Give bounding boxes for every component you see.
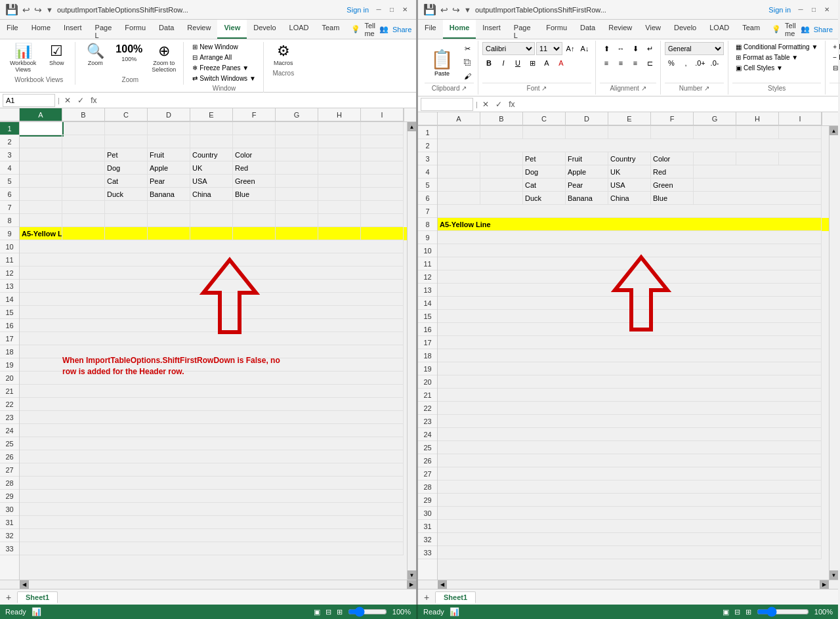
- cell-H8-left[interactable]: [318, 214, 361, 227]
- left-maximize-btn[interactable]: □: [386, 4, 398, 16]
- row-num-6-right[interactable]: 6: [418, 192, 437, 205]
- cell-C2-left[interactable]: [105, 135, 148, 148]
- row-num-5-right[interactable]: 5: [418, 179, 437, 192]
- right-add-sheet-btn[interactable]: +: [421, 591, 432, 603]
- row-num-33-left[interactable]: 33: [0, 542, 19, 555]
- col-header-G-left[interactable]: G: [276, 108, 318, 121]
- row-num-28-left[interactable]: 28: [0, 477, 19, 490]
- cell-D6-left[interactable]: Banana: [148, 188, 190, 201]
- cell-G7-left[interactable]: [276, 201, 318, 214]
- cell-G3-left[interactable]: [276, 148, 318, 161]
- right-maximize-btn[interactable]: □: [808, 4, 820, 16]
- format-cells-btn[interactable]: ⊟ Format ▼: [830, 63, 840, 73]
- row-num-24-left[interactable]: 24: [0, 424, 19, 437]
- row-num-28-right[interactable]: 28: [418, 480, 437, 494]
- cell-C6-right[interactable]: Duck: [523, 192, 566, 205]
- left-hscroll[interactable]: ◀ ▶: [20, 580, 416, 589]
- cell-A6-right[interactable]: [438, 192, 480, 205]
- cell-G5-left[interactable]: [276, 175, 318, 188]
- left-page-layout-icon[interactable]: ▣: [314, 608, 320, 616]
- row-num-1-left[interactable]: 1: [0, 122, 19, 135]
- cell-C3-right[interactable]: Pet: [523, 152, 566, 165]
- cell-A1-left[interactable]: [20, 122, 62, 135]
- increase-decimal-btn[interactable]: .0+: [694, 56, 707, 70]
- cell-C4-right[interactable]: Dog: [523, 165, 566, 179]
- show-btn[interactable]: ☑ Show: [42, 42, 71, 68]
- cell-D5-right[interactable]: Pear: [566, 179, 608, 192]
- font-color-btn-right[interactable]: A: [555, 56, 568, 70]
- tab-insert-right[interactable]: Insert: [476, 20, 507, 39]
- paste-btn-right[interactable]: 📋 Paste: [425, 45, 459, 80]
- cell-E4-right[interactable]: UK: [608, 165, 651, 179]
- right-page-layout-icon[interactable]: ▣: [723, 608, 729, 616]
- row-num-30-right[interactable]: 30: [418, 507, 437, 520]
- cell-E5-left[interactable]: USA: [190, 175, 233, 188]
- macros-btn[interactable]: ⚙ Macros: [269, 42, 298, 68]
- increase-font-btn[interactable]: A↑: [564, 42, 577, 55]
- right-vscroll[interactable]: ▲ ▼: [829, 126, 838, 580]
- row-num-4-right[interactable]: 4: [418, 165, 437, 179]
- row-num-13-right[interactable]: 13: [418, 284, 437, 297]
- switch-windows-btn[interactable]: ⇄ Switch Windows ▼: [189, 74, 259, 83]
- tab-pagelayout-left[interactable]: Page L: [89, 20, 119, 39]
- bold-btn-right[interactable]: B: [482, 56, 495, 70]
- row-num-1-right[interactable]: 1: [418, 126, 437, 139]
- cut-btn-right[interactable]: ✂: [461, 42, 474, 55]
- align-left-btn[interactable]: ≡: [600, 56, 613, 70]
- tab-load-right[interactable]: LOAD: [703, 20, 736, 39]
- left-page-break-icon[interactable]: ⊟: [326, 608, 331, 616]
- cell-F3-right[interactable]: Color: [651, 152, 694, 165]
- cell-B3-right[interactable]: [480, 152, 523, 165]
- copy-btn-right[interactable]: ⿻: [461, 56, 474, 69]
- cell-F4-right[interactable]: Red: [651, 165, 694, 179]
- left-vscroll[interactable]: ▲ ▼: [407, 122, 416, 580]
- row-num-10-right[interactable]: 10: [418, 244, 437, 257]
- row-num-26-right[interactable]: 26: [418, 454, 437, 467]
- col-header-A-right[interactable]: A: [438, 112, 480, 125]
- cell-I6-left[interactable]: [361, 188, 404, 201]
- cell-G1-left[interactable]: [276, 122, 318, 135]
- share-left[interactable]: Share: [392, 26, 411, 33]
- confirm-formula-right[interactable]: ✓: [494, 99, 504, 110]
- cell-F5-right[interactable]: Green: [651, 179, 694, 192]
- cell-F1-left[interactable]: [233, 122, 276, 135]
- col-header-I-right[interactable]: I: [779, 112, 822, 125]
- tab-formulas-left[interactable]: Formu: [118, 20, 152, 39]
- font-name-select[interactable]: Calibri: [482, 42, 535, 55]
- cell-C4-left[interactable]: Dog: [105, 161, 148, 175]
- tab-team-left[interactable]: Team: [316, 20, 346, 39]
- cancel-formula-right[interactable]: ✕: [480, 99, 491, 110]
- col-header-G-right[interactable]: G: [694, 112, 736, 125]
- tab-developer-left[interactable]: Develo: [247, 20, 282, 39]
- new-window-btn[interactable]: ⊞ New Window: [189, 42, 241, 52]
- zoom-to-selection-btn[interactable]: ⊕ Zoom toSelection: [148, 42, 179, 75]
- number-format-select[interactable]: General: [665, 42, 724, 55]
- arrange-all-btn[interactable]: ⊟ Arrange All: [189, 53, 235, 62]
- row-num-22-left[interactable]: 22: [0, 398, 19, 411]
- cell-I3-right[interactable]: [779, 152, 822, 165]
- row-num-23-right[interactable]: 23: [418, 415, 437, 428]
- cell-I8-left[interactable]: [361, 214, 404, 227]
- cell-A5-left[interactable]: [20, 175, 62, 188]
- row-num-3-left[interactable]: 3: [0, 148, 19, 161]
- cell-C8-left[interactable]: [105, 214, 148, 227]
- tab-file-right[interactable]: File: [418, 20, 443, 39]
- col-header-F-right[interactable]: F: [651, 112, 694, 125]
- tab-data-left[interactable]: Data: [152, 20, 180, 39]
- row-num-15-right[interactable]: 15: [418, 310, 437, 323]
- cell-H6-left[interactable]: [318, 188, 361, 201]
- left-add-sheet-btn[interactable]: +: [3, 591, 14, 603]
- cell-I4-left[interactable]: [361, 161, 404, 175]
- decrease-font-btn[interactable]: A↓: [578, 42, 591, 55]
- cell-C9-left[interactable]: [105, 227, 148, 240]
- col-header-C-left[interactable]: C: [105, 108, 148, 121]
- col-header-A-left[interactable]: A: [20, 108, 62, 121]
- row-num-20-left[interactable]: 20: [0, 372, 19, 385]
- fill-color-btn-right[interactable]: A: [540, 56, 553, 70]
- workbook-views-btn[interactable]: 📊 WorkbookViews: [7, 42, 39, 75]
- cell-E8-left[interactable]: [190, 214, 233, 227]
- align-right-btn[interactable]: ≡: [629, 56, 642, 70]
- tab-view-left[interactable]: View: [217, 20, 247, 39]
- cell-D2-left[interactable]: [148, 135, 190, 148]
- right-zoom-slider[interactable]: [757, 607, 809, 617]
